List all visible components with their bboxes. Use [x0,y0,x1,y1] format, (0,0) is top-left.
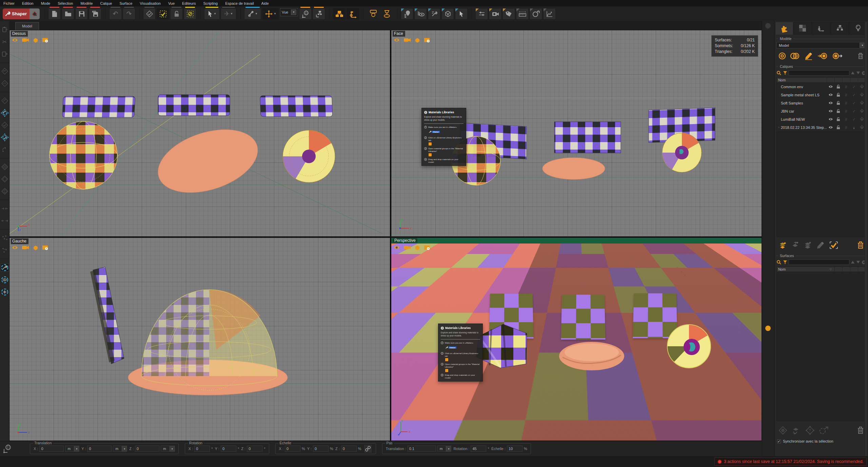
menu-aide[interactable]: Aide [261,1,269,5]
tool-add-circle-icon[interactable] [1,288,8,296]
scatter-points-icon[interactable] [1,234,8,242]
tool-eye-circle-icon[interactable] [1,276,8,284]
index-icon[interactable]: # [842,109,850,113]
panel-scrollbar[interactable] [865,22,867,458]
folder-open-icon[interactable] [62,8,74,20]
grid-diamond-2-icon[interactable] [1,175,8,183]
pivot-action-icon[interactable] [1,134,8,141]
eye-layers-icon[interactable] [414,8,427,20]
import-ref-icon[interactable] [817,52,828,60]
arrow-diamond-icon[interactable] [1,80,8,87]
menu-edition[interactable]: Edition [22,1,34,5]
visibility-icon[interactable] [827,125,834,130]
checker-ball-wireframe[interactable] [50,121,117,189]
lock-icon[interactable] [834,84,842,90]
menu-calque[interactable]: Calque [100,1,112,5]
translation-x-input[interactable] [39,446,64,452]
tab-axes[interactable] [812,22,830,35]
tab-hierarchy[interactable] [831,22,849,35]
menu-selection[interactable]: Sélection [58,1,73,5]
panel-handle-icon[interactable] [765,23,771,28]
paste-icon[interactable] [1,26,8,33]
up-icon[interactable] [851,71,855,75]
step-translation-input[interactable] [408,446,436,452]
index-icon[interactable]: # [842,93,850,97]
push-in-icon[interactable] [1,205,8,212]
menu-fichier[interactable]: Fichier [3,1,15,5]
new-surface-icon[interactable] [778,426,787,435]
scale-y-input[interactable] [313,446,329,452]
axes-rig-icon[interactable] [347,8,359,20]
lock-icon[interactable] [834,101,842,106]
lumiball[interactable] [662,133,702,172]
down-icon[interactable] [856,260,860,264]
blob-object[interactable] [559,342,624,370]
blob-object[interactable] [150,118,265,204]
visibility-icon[interactable] [827,85,834,89]
add-layer-stack-icon[interactable] [804,241,812,249]
dome-wireframe[interactable] [141,290,277,390]
model-select[interactable]: Model▼ [776,42,866,48]
layer-row[interactable]: Sample metal sheet LS # ✓ [777,91,866,99]
undo-icon[interactable]: ↶ [109,8,122,20]
lock-icon[interactable] [834,125,842,130]
rename-icon[interactable] [804,52,813,60]
viewport-settings-icon[interactable] [424,38,431,43]
rename-layer-icon[interactable] [816,241,825,249]
delete-surface-icon[interactable] [857,426,864,434]
duplicate-item-icon[interactable] [790,52,800,60]
add-layer-icon[interactable] [778,241,787,249]
index-icon[interactable]: # [842,125,850,130]
lock-icon[interactable] [834,93,842,98]
link-scale-icon[interactable] [363,444,372,453]
cursor-arrow-icon[interactable]: ▼ [204,8,220,20]
eye-icon[interactable] [393,245,400,250]
grid-diamond-3-icon[interactable] [1,188,8,195]
tag-icon[interactable] [502,8,515,20]
rotate-pivot-icon[interactable] [1,146,8,153]
materials-libraries-popup[interactable]: iMaterials Libraries Explore and share s… [421,108,466,166]
dig-tool-icon[interactable]: ▼ [244,8,261,20]
graph-icon[interactable] [543,8,556,20]
tool-wrench-circle-icon[interactable] [1,264,8,271]
check-icon[interactable]: ✓ [850,117,858,122]
lumiball[interactable] [283,130,335,182]
rotation-z-input[interactable] [247,446,262,452]
layer-row[interactable]: JBN car # ✓ [777,107,866,115]
draped-cloth-object[interactable] [476,324,527,368]
collapsed-panel-strip[interactable] [762,21,774,456]
camera-icon[interactable] [403,38,411,42]
menu-espace-de-travail[interactable]: Espace de travail [225,1,254,5]
layer-row[interactable]: +2018.02.22 13:34:35 Step... # ↓ [777,123,866,132]
visibility-icon[interactable] [827,109,834,113]
menu-visualisation[interactable]: Visualisation [140,1,161,5]
translation-z-unit[interactable]: m▼ [161,446,175,452]
surfaces-search-input[interactable] [789,259,849,265]
tab-items-puzzle[interactable] [775,22,793,35]
layers-search-input[interactable] [789,70,849,76]
ruler-icon[interactable] [516,8,529,20]
search-icon[interactable] [776,260,782,265]
search-icon[interactable] [776,71,782,76]
shaper-badge[interactable]: Shaper [3,8,29,19]
paint-bucket-icon[interactable] [29,8,40,19]
timer-wrench-icon[interactable] [530,8,542,20]
visibility-icon[interactable] [827,93,834,97]
action-center-icon[interactable] [1,109,8,117]
action-undo-diamond-icon[interactable] [1,97,8,104]
translation-x-unit[interactable]: m▼ [65,446,79,452]
schema-check-icon[interactable] [143,8,156,20]
view-select[interactable]: Vue▼ [280,8,298,16]
step-translation-unit[interactable]: m▼ [437,446,452,452]
index-icon[interactable]: # [842,85,850,89]
select-all-icon[interactable] [829,241,838,249]
delete-layer-icon[interactable] [857,241,864,249]
viewport-top[interactable]: Dessus [9,30,390,237]
down-icon[interactable] [856,71,860,75]
wrench-list-icon[interactable] [428,8,440,20]
visibility-icon[interactable] [827,101,834,105]
cube-icon[interactable] [414,38,420,43]
menu-scripting[interactable]: Scripting [203,1,218,5]
menu-modele[interactable]: Modèle [80,1,93,5]
push-out-icon[interactable] [1,217,8,225]
